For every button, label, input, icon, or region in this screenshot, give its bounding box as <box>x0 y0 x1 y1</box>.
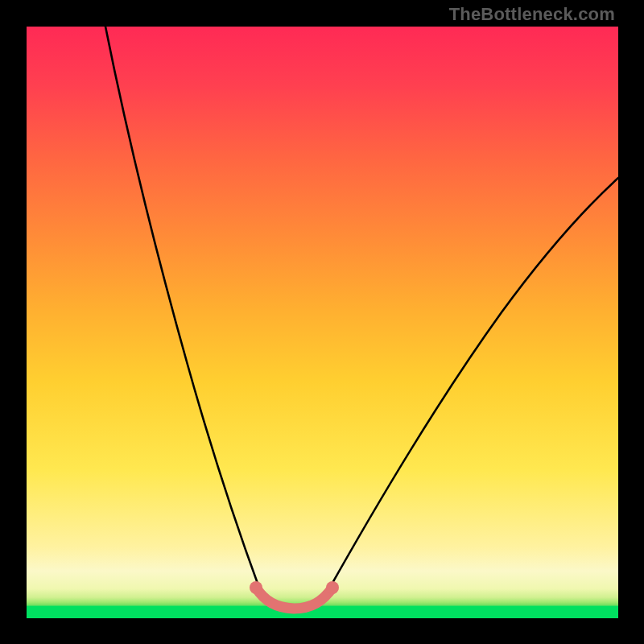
chart-frame: TheBottleneck.com <box>0 0 644 644</box>
left-curve <box>105 27 260 590</box>
plot-area <box>27 27 618 618</box>
watermark-text: TheBottleneck.com <box>449 4 615 25</box>
curves-svg <box>27 27 618 618</box>
trough-end-dot <box>326 581 339 594</box>
trough-segment <box>256 588 332 609</box>
trough-start-dot <box>250 581 262 594</box>
right-curve <box>328 178 618 590</box>
